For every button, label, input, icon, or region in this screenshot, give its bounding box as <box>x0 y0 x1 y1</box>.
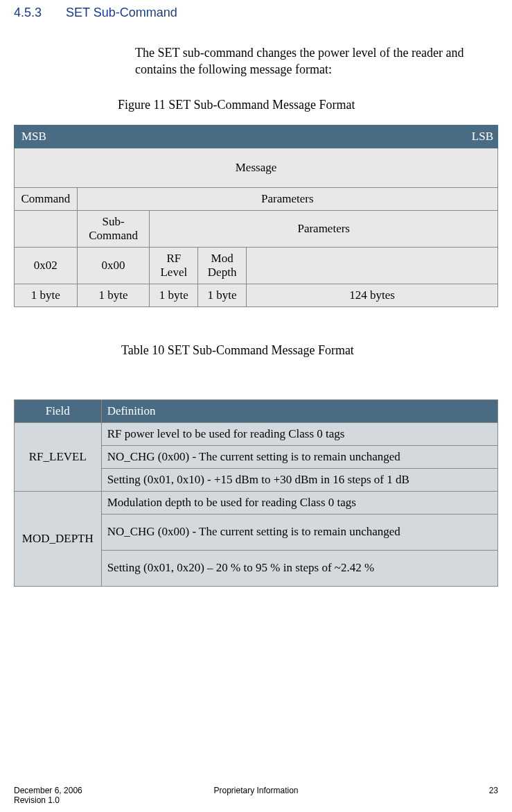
table-row: MOD_DEPTH Modulation depth to be used fo… <box>15 491 498 514</box>
definition-cell: NO_CHG (0x00) - The current setting is t… <box>101 514 497 550</box>
table-row: 1 byte 1 byte 1 byte 1 byte 124 bytes <box>15 284 498 306</box>
definition-cell: RF power level to be used for reading Cl… <box>101 422 497 445</box>
definition-table: Field Definition RF_LEVEL RF power level… <box>14 399 498 587</box>
lsb-label: LSB <box>198 125 498 148</box>
command-cell: Command <box>15 187 78 210</box>
definition-cell: Modulation depth to be used for reading … <box>101 491 497 514</box>
sub-command-cell: Sub-Command <box>77 210 150 247</box>
table-row: Command Parameters <box>15 187 498 210</box>
empty-cell <box>15 210 78 247</box>
table-header-row: Field Definition <box>15 399 498 422</box>
table-header-row: MSB LSB <box>15 125 498 148</box>
definition-cell: Setting (0x01, 0x10) - +15 dBm to +30 dB… <box>101 468 497 491</box>
table-row: Sub-Command Parameters <box>15 210 498 247</box>
parameters2-cell: Parameters <box>150 210 498 247</box>
table-row: Message <box>15 148 498 187</box>
val-cmd-cell: 0x02 <box>15 247 78 284</box>
definition-header: Definition <box>101 399 497 422</box>
size-rest-cell: 124 bytes <box>247 284 498 306</box>
size-cmd-cell: 1 byte <box>15 284 78 306</box>
size-rf-cell: 1 byte <box>150 284 198 306</box>
mod-depth-cell: Mod Depth <box>198 247 247 284</box>
val-sub-cell: 0x00 <box>77 247 150 284</box>
field-cell: MOD_DEPTH <box>15 491 102 586</box>
table-caption: Table 10 SET Sub-Command Message Format <box>121 343 498 358</box>
field-cell: RF_LEVEL <box>15 422 102 491</box>
section-title: SET Sub-Command <box>66 6 177 19</box>
message-format-table: MSB LSB Message Command Parameters Sub-C… <box>14 125 498 307</box>
footer-center: Proprietary Information <box>14 786 498 795</box>
section-heading: 4.5.3 SET Sub-Command <box>14 6 498 20</box>
figure-caption: Figure 11 SET Sub-Command Message Format <box>118 98 498 112</box>
field-header: Field <box>15 399 102 422</box>
table-row: 0x02 0x00 RF Level Mod Depth <box>15 247 498 284</box>
size-mod-cell: 1 byte <box>198 284 247 306</box>
table-row: RF_LEVEL RF power level to be used for r… <box>15 422 498 445</box>
footer-revision: Revision 1.0 <box>14 795 60 805</box>
size-sub-cell: 1 byte <box>77 284 150 306</box>
empty-cell <box>247 247 498 284</box>
parameters-cell: Parameters <box>77 187 497 210</box>
definition-cell: NO_CHG (0x00) - The current setting is t… <box>101 445 497 468</box>
definition-cell: Setting (0x01, 0x20) – 20 % to 95 % in s… <box>101 550 497 586</box>
rf-level-cell: RF Level <box>150 247 198 284</box>
page-footer: Proprietary Information December 6, 2006… <box>14 786 498 805</box>
intro-paragraph: The SET sub-command changes the power le… <box>135 44 470 78</box>
msb-label: MSB <box>15 125 198 148</box>
message-cell: Message <box>15 148 498 187</box>
section-number: 4.5.3 <box>14 6 62 20</box>
